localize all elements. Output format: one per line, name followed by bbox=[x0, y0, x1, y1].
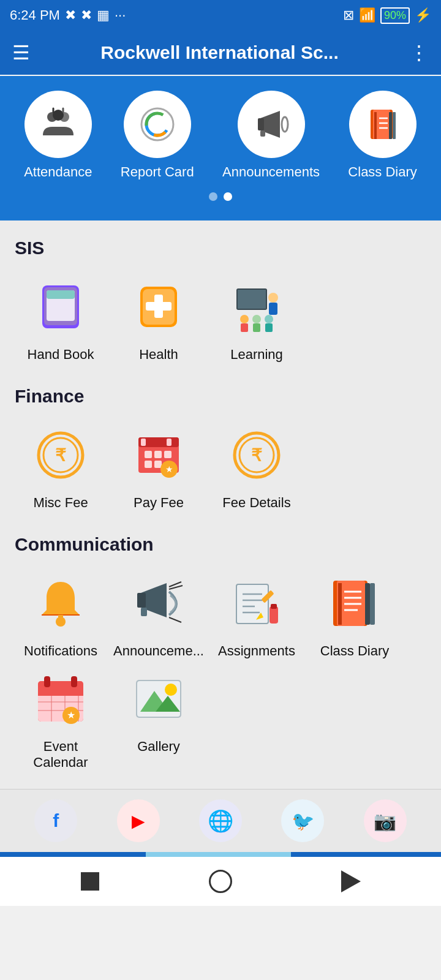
dots-icon: ··· bbox=[115, 7, 126, 23]
handbook-icon bbox=[27, 273, 94, 341]
assignments-icon bbox=[223, 570, 290, 637]
svg-rect-74 bbox=[271, 604, 277, 609]
globe-icon[interactable]: 🌐 bbox=[199, 799, 242, 842]
svg-rect-65 bbox=[236, 584, 268, 624]
gallery-label: Gallery bbox=[137, 739, 180, 755]
nav-triangle-icon bbox=[341, 870, 361, 892]
assignments-item[interactable]: Assignments bbox=[211, 570, 303, 659]
svg-rect-16 bbox=[374, 112, 377, 139]
sis-section: SIS Hand Book bbox=[0, 221, 441, 369]
carousel-item-announcements[interactable]: Announcements bbox=[222, 91, 320, 180]
signal2-icon: ✖ bbox=[81, 7, 92, 23]
svg-rect-73 bbox=[270, 606, 278, 624]
misc-fee-item[interactable]: ₹ Misc Fee bbox=[15, 421, 107, 511]
misc-fee-label: Misc Fee bbox=[33, 495, 88, 511]
attendance-label: Attendance bbox=[24, 164, 92, 180]
report-card-label: Report Card bbox=[121, 164, 194, 180]
status-bar: 6:24 PM ✖ ✖ ▦ ··· ⊠ 📶 90% ⚡ bbox=[0, 0, 441, 31]
nav-back-button[interactable] bbox=[336, 866, 366, 897]
notifications-item[interactable]: Notifications bbox=[15, 570, 107, 659]
svg-point-36 bbox=[252, 315, 261, 323]
announcements2-item[interactable]: Announceme... bbox=[113, 570, 205, 659]
fee-details-label: Fee Details bbox=[222, 495, 290, 511]
hamburger-icon[interactable]: ☰ bbox=[12, 41, 30, 64]
svg-point-9 bbox=[153, 119, 162, 129]
event-calendar-label: Event Calendar bbox=[15, 739, 107, 771]
svg-rect-83 bbox=[370, 583, 375, 625]
svg-rect-61 bbox=[141, 608, 147, 616]
finance-grid: ₹ Misc Fee bbox=[15, 421, 426, 511]
communication-title: Communication bbox=[15, 534, 426, 555]
pay-fee-item[interactable]: ★ Pay Fee bbox=[113, 421, 205, 511]
svg-rect-87 bbox=[38, 690, 83, 696]
svg-rect-60 bbox=[137, 593, 146, 608]
svg-line-64 bbox=[169, 617, 181, 622]
notifications-label: Notifications bbox=[24, 643, 97, 659]
carousel-item-attendance[interactable]: Attendance bbox=[24, 91, 92, 180]
signal-icon: ✖ bbox=[65, 7, 76, 23]
announcements2-label: Announceme... bbox=[113, 643, 204, 659]
svg-rect-31 bbox=[238, 290, 266, 309]
carousel-section: Attendance Report Card bbox=[0, 76, 441, 221]
gallery-item[interactable]: Gallery bbox=[113, 665, 205, 771]
svg-point-101 bbox=[165, 684, 177, 696]
svg-rect-12 bbox=[260, 130, 265, 137]
youtube-icon[interactable]: ▶ bbox=[117, 799, 160, 842]
svg-text:★: ★ bbox=[67, 710, 75, 720]
charging-icon: ⚡ bbox=[415, 7, 431, 23]
status-time: 6:24 PM bbox=[10, 7, 60, 23]
svg-point-32 bbox=[268, 293, 278, 303]
app-bar: ☰ Rockwell International Sc... ⋮ bbox=[0, 31, 441, 75]
class-diary2-label: Class Diary bbox=[320, 643, 389, 659]
more-options-icon[interactable]: ⋮ bbox=[409, 41, 429, 64]
misc-fee-icon: ₹ bbox=[27, 421, 94, 489]
dot-1 bbox=[209, 192, 217, 201]
class-diary2-item[interactable]: Class Diary bbox=[309, 570, 401, 659]
svg-rect-89 bbox=[71, 676, 77, 687]
svg-point-38 bbox=[265, 315, 273, 323]
announcements2-icon bbox=[125, 570, 192, 637]
attendance-icon bbox=[24, 91, 92, 158]
sis-title: SIS bbox=[15, 238, 426, 258]
instagram-icon[interactable]: 📷 bbox=[364, 799, 407, 842]
health-label: Health bbox=[139, 347, 178, 363]
app-title: Rockwell International Sc... bbox=[42, 42, 397, 63]
fee-details-item[interactable]: ₹ Fee Details bbox=[211, 421, 303, 511]
health-item[interactable]: Health bbox=[113, 273, 205, 363]
facebook-icon[interactable]: f bbox=[34, 799, 77, 842]
nav-square-button[interactable] bbox=[75, 866, 105, 897]
svg-rect-77 bbox=[338, 583, 342, 625]
nav-home-button[interactable] bbox=[205, 866, 236, 897]
svg-text:₹: ₹ bbox=[251, 446, 262, 465]
nav-circle-icon bbox=[209, 870, 232, 893]
dot-2 bbox=[224, 192, 232, 201]
svg-text:₹: ₹ bbox=[55, 446, 66, 465]
assignments-label: Assignments bbox=[218, 643, 295, 659]
carousel-item-report-card[interactable]: Report Card bbox=[121, 91, 194, 180]
handbook-item[interactable]: Hand Book bbox=[15, 273, 107, 363]
svg-rect-88 bbox=[44, 676, 50, 687]
svg-rect-11 bbox=[258, 118, 264, 130]
communication-grid: Notifications Announ bbox=[15, 570, 426, 771]
sis-grid: Hand Book Health bbox=[15, 273, 426, 363]
carousel-item-class-diary[interactable]: Class Diary bbox=[348, 91, 417, 180]
notifications-icon bbox=[27, 570, 94, 637]
carousel-dots bbox=[10, 192, 431, 201]
svg-point-13 bbox=[282, 117, 288, 132]
finance-title: Finance bbox=[15, 386, 426, 407]
class-diary-label: Class Diary bbox=[348, 164, 417, 180]
svg-rect-47 bbox=[145, 451, 152, 458]
twitter-icon[interactable]: 🐦 bbox=[281, 799, 324, 842]
handbook-label: Hand Book bbox=[28, 347, 94, 363]
svg-rect-20 bbox=[389, 112, 392, 139]
event-calendar-item[interactable]: ★ Event Calendar bbox=[15, 665, 107, 771]
svg-rect-37 bbox=[253, 323, 260, 332]
svg-point-34 bbox=[240, 315, 249, 323]
social-bar: f ▶ 🌐 🐦 📷 bbox=[0, 789, 441, 852]
gallery-icon bbox=[125, 665, 192, 733]
learning-item[interactable]: Learning bbox=[211, 273, 303, 363]
svg-point-2 bbox=[53, 110, 64, 121]
class-diary2-icon bbox=[321, 570, 388, 637]
learning-icon bbox=[223, 273, 290, 341]
event-calendar-icon: ★ bbox=[27, 665, 94, 733]
